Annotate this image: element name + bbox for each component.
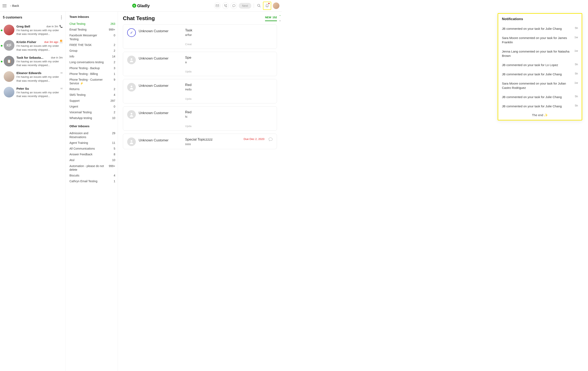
notifications-button[interactable] [263,2,271,10]
customer-name: Kristin Fisher [16,40,36,44]
chat-icon[interactable] [231,2,237,9]
inbox-item[interactable]: Admission and Reservations29 [69,130,115,140]
customers-title: 5 customers [3,16,22,19]
customers-list: Greg Belldue in 3m📞I'm having an issues … [0,23,65,100]
customer-name: Task for Sebasta... [16,56,43,59]
customer-item[interactable]: 📋Task for Sebasta...due in 3mI'm having … [0,54,65,69]
inbox-item[interactable]: Automation - please do not delete999+ [69,163,115,173]
conversation-card[interactable]: ✓Unknown CustomerTaskarftarCreat [123,24,277,49]
profile-avatar[interactable] [273,2,279,9]
conversation-card[interactable]: Unknown CustomerRedhiUpda [123,106,277,131]
customer-item[interactable]: KFKristin Fisherdue 3m ago📶SMSI'm having… [0,38,65,54]
inbox-item[interactable]: Email Testing999+ [69,27,115,32]
conversation-due: Due Dec 2, 2020 [244,138,264,140]
inbox-item[interactable]: Voicemail Testing2 [69,109,115,115]
conversation-title: Spe [185,56,273,60]
conversation-card[interactable]: Unknown CustomerSpecial TopiczzzzssssDue… [123,134,277,149]
customer-name: Eleanor Edwards [16,71,42,75]
back-button[interactable]: ‹ Back [10,4,19,8]
inbox-item[interactable]: Info14 [69,54,115,59]
inbox-name: Biscuits [69,174,79,177]
search-icon[interactable] [256,3,261,8]
inbox-item[interactable]: Phone Testing - Backup3 [69,65,115,71]
inbox-item[interactable]: Agent Training11 [69,140,115,146]
scroll-up-icon[interactable]: ⌃ [279,15,281,18]
team-inboxes-title: Team Inboxes [69,15,115,19]
inbox-item[interactable]: Chat Testing263 [69,21,115,27]
inbox-count: 5 [114,147,115,150]
conversation-title: Red [185,110,273,114]
inbox-item[interactable]: Support297 [69,98,115,104]
customer-name: Greg Bell [16,25,30,28]
inbox-item[interactable]: Biscuits4 [69,173,115,178]
inbox-count: 2 [114,87,115,91]
conversation-meta: Upda [185,125,273,128]
inbox-item[interactable]: Phone Testing - Billing1 [69,71,115,77]
customer-body: Task for Sebasta...due in 3mI'm having a… [16,56,63,67]
mail-icon[interactable] [214,2,221,9]
customer-row: Greg Belldue in 3m📞 [16,25,63,28]
customer-row: Task for Sebasta...due in 3m [16,56,63,59]
conversation-card[interactable]: Unknown CustomerRedHelloUpda [123,79,277,103]
main-column: ⌃ ⌄ Chat Testing NEW 152 ✓Unknown Custom… [118,11,282,371]
inbox-count: 263 [111,22,115,26]
conversation-left: Unknown Customer [127,110,181,128]
conversation-top-row: Special TopiczzzzssssDue Dec 2, 2020 [185,138,273,146]
inbox-name: WhatsApp testing [69,116,92,120]
person-icon [127,138,136,146]
inbox-item[interactable]: Cathryn Email Testing1 [69,178,115,184]
phone-icon[interactable] [222,2,229,9]
inbox-item[interactable]: Phone Testing - Customer Service ⚡9 [69,77,115,86]
status-dot-icon [1,30,2,31]
inbox-count: 10 [112,116,115,120]
customer-item[interactable]: Greg Belldue in 3m📞I'm having an issues … [0,23,65,38]
inbox-item[interactable]: SMS Testing4 [69,92,115,98]
inbox-item[interactable]: Returns2 [69,86,115,92]
inbox-item[interactable]: WhatsApp testing10 [69,115,115,121]
tab-new[interactable]: NEW 152 [265,16,277,21]
menu-icon[interactable] [2,4,7,7]
conversation-right: RedhiUpda [185,110,273,128]
conversation-top-row: Taskarftar [185,28,273,37]
inbox-item[interactable]: Atul10 [69,157,115,163]
main-title: Chat Testing [123,15,155,21]
inbox-name: Group [69,49,77,52]
conversation-title: Red [185,83,273,87]
next-button[interactable]: Next [239,3,251,9]
phone-call-icon: 📞 [59,25,63,28]
person-icon [127,56,136,64]
conversation-right: SpeaUpda [185,56,273,73]
inbox-item[interactable]: All Communications5 [69,146,115,151]
customer-item[interactable]: Eleanor Edwards✉I'm having an issues wit… [0,69,65,85]
customer-row: Kristin Fisherdue 3m ago📶SMS [16,40,63,44]
conversation-left: Unknown Customer [127,83,181,100]
conversation-card[interactable]: Unknown CustomerSpeaUpda [123,52,277,76]
scroll-down-icon[interactable]: ⌄ [279,19,281,22]
logo[interactable]: + Gladly [132,3,150,8]
inbox-item[interactable]: Long conversations testing2 [69,59,115,65]
divider [254,3,254,8]
sms-icon: 📶SMS [60,40,63,44]
customer-snippet: I'm having an issues with my order that … [16,44,63,51]
inbox-item[interactable]: Answer Feedback8 [69,151,115,157]
inbox-item[interactable]: FREE THE TASK2 [69,42,115,48]
conversation-sub: arftar [185,33,273,37]
status-dot-icon [1,61,2,62]
inbox-count: 4 [114,93,115,97]
inbox-item[interactable]: Group2 [69,48,115,54]
inbox-name: Cathryn Email Testing [69,179,97,183]
email-icon: ✉ [60,87,63,90]
svg-point-5 [131,140,132,142]
inbox-name: Email Testing [69,28,86,31]
customer-snippet: I'm having an issues with my order that … [16,91,63,98]
inbox-item[interactable]: Facebook Messenger Testing0 [69,32,115,42]
customers-menu-icon[interactable] [60,15,63,20]
customer-body: Kristin Fisherdue 3m ago📶SMSI'm having a… [16,40,63,51]
inbox-name: Phone Testing - Backup [69,66,100,70]
inbox-count: 2 [114,110,115,114]
customer-item[interactable]: Peter Su✉I'm having an issues with my or… [0,85,65,100]
inbox-count: 1 [114,72,115,76]
inbox-name: Atul [69,158,74,162]
inbox-item[interactable]: Urgent0 [69,104,115,109]
inbox-name: Voicemail Testing [69,110,92,114]
